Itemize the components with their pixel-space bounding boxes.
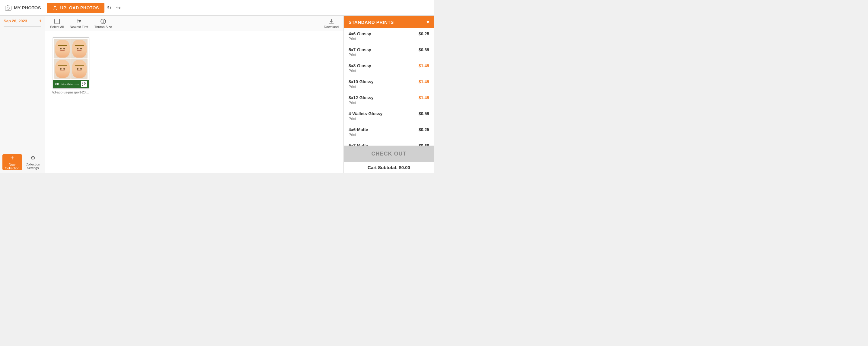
print-type: Print <box>349 117 382 121</box>
print-item[interactable]: 8x10-Glossy Print $1.49 <box>344 76 434 92</box>
svg-rect-0 <box>5 6 11 10</box>
upload-photos-button[interactable]: UPLOAD PHOTOS <box>47 3 104 13</box>
checkout-area: CHECK OUT Cart Subtotal: $0.00 <box>344 146 434 173</box>
print-name: 4x6-Glossy <box>349 31 371 36</box>
collection-settings-button[interactable]: ⚙ CollectionSettings <box>23 154 43 170</box>
print-price: $1.49 <box>418 63 429 68</box>
print-type: Print <box>349 85 374 89</box>
collection-settings-label: CollectionSettings <box>26 163 40 170</box>
print-type: Print <box>349 133 368 137</box>
print-type: Print <box>349 53 371 57</box>
svg-rect-3 <box>79 20 81 21</box>
svg-rect-5 <box>79 23 80 23</box>
print-price: $1.49 <box>418 79 429 84</box>
print-info: 8x10-Glossy Print <box>349 79 374 89</box>
toolbar: Select All Newest First Thumb Si <box>45 16 343 31</box>
print-item[interactable]: 8x12-Glossy Print $1.49 <box>344 92 434 108</box>
print-price: $1.49 <box>418 95 429 100</box>
checkout-button[interactable]: CHECK OUT <box>344 146 434 162</box>
print-price: $0.59 <box>418 111 429 116</box>
new-collection-button[interactable]: + NewCollection <box>2 154 22 170</box>
new-collection-label: NewCollection <box>5 163 19 170</box>
print-list: 4x6-Glossy Print $0.25 5x7-Glossy Print … <box>344 28 434 146</box>
print-info: 8x8-Glossy Print <box>349 63 371 73</box>
print-price: $0.69 <box>418 143 429 146</box>
svg-rect-4 <box>79 22 81 22</box>
photo-area: Select All Newest First Thumb Si <box>45 16 343 173</box>
camera-icon <box>5 4 11 11</box>
standard-prints-label: STANDARD PRINTS <box>349 20 394 25</box>
print-price: $0.25 <box>418 31 429 36</box>
print-name: 4-Wallets-Glossy <box>349 111 382 116</box>
svg-rect-20 <box>85 84 85 84</box>
url-text: https://7idapp.com <box>61 83 79 85</box>
brand-text: 7ID <box>55 82 59 85</box>
main-wrapper: Sep 26, 2023 1 + NewCollection ⚙ Collect… <box>0 16 434 173</box>
print-info: 5x7-Matte Print <box>349 143 368 146</box>
date-section: Sep 26, 2023 1 <box>0 16 45 26</box>
refresh-button[interactable]: ↻ <box>104 3 114 13</box>
date-count: 1 <box>39 19 41 23</box>
right-panel: STANDARD PRINTS ▾ 4x6-Glossy Print $0.25… <box>343 16 434 173</box>
print-name: 8x10-Glossy <box>349 79 374 84</box>
baby-face-3 <box>55 60 70 78</box>
download-button[interactable]: Download <box>324 19 339 29</box>
plus-icon: + <box>10 154 14 162</box>
photo-grid-inner <box>53 38 89 80</box>
standard-prints-button[interactable]: STANDARD PRINTS ▾ <box>344 16 434 28</box>
svg-rect-22 <box>84 84 84 85</box>
svg-rect-2 <box>55 19 59 24</box>
share-button[interactable]: ↪ <box>114 3 123 13</box>
chevron-down-icon: ▾ <box>427 19 430 25</box>
cart-subtotal: Cart Subtotal: $0.00 <box>344 162 434 173</box>
baby-face-2 <box>72 40 87 58</box>
print-item[interactable]: 4-Wallets-Glossy Print $0.59 <box>344 108 434 124</box>
print-item[interactable]: 5x7-Matte Print $0.69 <box>344 140 434 146</box>
upload-icon <box>52 5 58 10</box>
newest-first-button[interactable]: Newest First <box>70 19 88 29</box>
print-item[interactable]: 5x7-Glossy Print $0.69 <box>344 44 434 60</box>
photo-item[interactable]: 7ID https://7idapp.com <box>51 37 91 94</box>
print-name: 8x8-Glossy <box>349 63 371 68</box>
download-label: Download <box>324 25 339 29</box>
print-item[interactable]: 8x8-Glossy Print $1.49 <box>344 60 434 76</box>
photo-filename: 7id-app-us-passport-2023-09... <box>51 91 91 94</box>
thumb-size-button[interactable]: Thumb Size <box>94 19 112 29</box>
print-item[interactable]: 4x6-Glossy Print $0.25 <box>344 28 434 44</box>
print-type: Print <box>349 37 371 41</box>
svg-rect-19 <box>84 84 84 84</box>
svg-rect-23 <box>85 84 85 85</box>
print-info: 4x6-Matte Print <box>349 127 368 137</box>
top-nav: MY PHOTOS UPLOAD PHOTOS ↻ ↪ <box>0 0 434 16</box>
app-logo: MY PHOTOS <box>5 4 41 11</box>
print-item[interactable]: 4x6-Matte Print $0.25 <box>344 124 434 140</box>
newest-first-label: Newest First <box>70 25 88 29</box>
select-all-label: Select All <box>50 25 64 29</box>
left-sidebar: Sep 26, 2023 1 + NewCollection ⚙ Collect… <box>0 16 45 173</box>
print-price: $0.25 <box>418 127 429 132</box>
gear-icon: ⚙ <box>30 154 35 161</box>
qr-code <box>81 81 87 87</box>
print-price: $0.69 <box>418 47 429 52</box>
baby-face-4 <box>72 60 87 78</box>
date-label: Sep 26, 2023 <box>4 19 27 23</box>
checkbox-icon <box>54 19 60 25</box>
upload-label: UPLOAD PHOTOS <box>60 5 99 10</box>
photo-cell-3 <box>54 59 71 79</box>
sidebar-spacer <box>0 27 45 151</box>
print-type: Print <box>349 69 371 73</box>
download-icon <box>329 19 334 25</box>
photo-cell-4 <box>71 59 88 79</box>
print-name: 4x6-Matte <box>349 127 368 132</box>
select-all-button[interactable]: Select All <box>50 19 64 29</box>
photo-grid: 7ID https://7idapp.com <box>45 31 343 173</box>
print-info: 4-Wallets-Glossy Print <box>349 111 382 121</box>
print-type: Print <box>349 101 374 105</box>
print-info: 5x7-Glossy Print <box>349 47 371 57</box>
photo-cell-2 <box>71 39 88 59</box>
thumb-size-label: Thumb Size <box>94 25 112 29</box>
baby-face-1 <box>55 40 70 58</box>
photo-cell-1 <box>54 39 71 59</box>
thumb-size-icon <box>100 19 106 25</box>
app-name-label: MY PHOTOS <box>14 5 41 10</box>
